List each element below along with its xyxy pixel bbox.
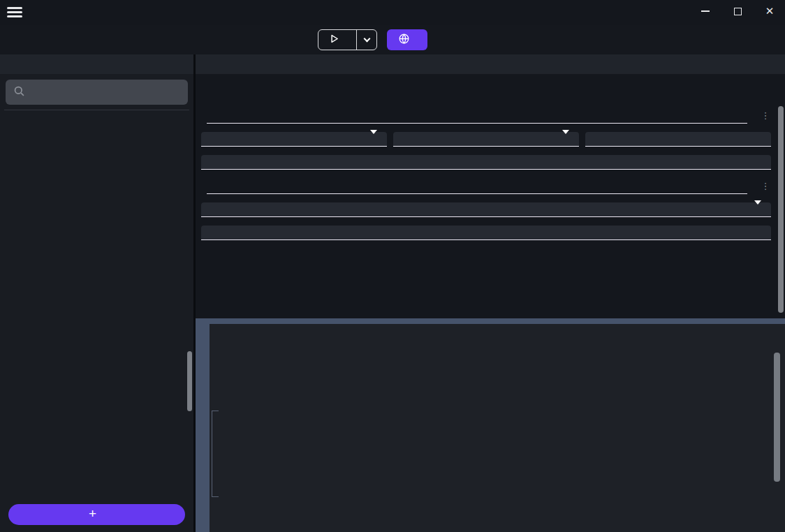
chevron-down-icon	[370, 130, 377, 134]
play-icon	[328, 33, 340, 47]
content: + ⋮	[0, 54, 785, 532]
chevron-down-icon	[363, 35, 370, 42]
code-editor[interactable]	[210, 324, 785, 532]
scope-select[interactable]	[393, 132, 579, 147]
globe-icon	[398, 33, 410, 47]
search-icon	[13, 85, 25, 100]
parameter-name-input[interactable]	[207, 190, 747, 194]
sub-event-bracket	[212, 411, 219, 497]
functions-sidebar: +	[0, 54, 196, 532]
chevron-down-icon	[562, 130, 569, 134]
label-field[interactable]	[201, 155, 771, 170]
parameter-2-header: ⋮	[201, 181, 771, 194]
sidebar-title	[0, 54, 193, 74]
search-box[interactable]	[6, 80, 188, 105]
window-controls: ✕	[700, 6, 775, 17]
toolbar-center	[318, 29, 427, 50]
parameter-menu-button[interactable]: ⋮	[760, 181, 771, 194]
plus-icon: +	[89, 506, 96, 522]
minimize-button[interactable]	[700, 6, 711, 17]
maximize-button[interactable]	[732, 6, 743, 17]
javascript-code-event	[196, 318, 785, 532]
parameter-menu-button[interactable]: ⋮	[760, 110, 771, 124]
panel-title	[196, 54, 785, 74]
gdevelop-window: ✕	[0, 0, 785, 532]
add-new-function-button[interactable]: +	[8, 504, 185, 525]
close-window-button[interactable]: ✕	[764, 6, 775, 17]
main-menu-icon[interactable]	[7, 5, 22, 20]
parameters-panel: ⋮	[196, 101, 785, 318]
parameters-scrollbar[interactable]	[778, 106, 784, 313]
event-drag-handle[interactable]	[196, 318, 210, 532]
parameter-1-fields	[201, 132, 771, 147]
sidebar-scrollbar[interactable]	[187, 351, 192, 411]
function-configuration-panel: ⋮	[196, 54, 785, 532]
functions-list	[0, 108, 193, 500]
chevron-down-icon	[754, 200, 761, 205]
code-header[interactable]	[210, 324, 785, 401]
preview-dropdown-button[interactable]	[357, 30, 376, 50]
titlebar: ✕	[0, 0, 785, 25]
identifier-name-field[interactable]	[585, 132, 771, 147]
event-selection-highlight	[196, 318, 785, 324]
label-field[interactable]	[201, 226, 771, 240]
parameter-name-input[interactable]	[207, 119, 747, 124]
toolbar	[0, 25, 785, 54]
type-select[interactable]	[201, 202, 771, 217]
code-scrollbar[interactable]	[774, 353, 780, 482]
preview-button[interactable]	[318, 29, 377, 50]
search-input[interactable]	[31, 87, 180, 98]
share-button[interactable]	[387, 29, 427, 50]
functions-section-header[interactable]	[4, 110, 189, 133]
configuration-tabs	[201, 80, 779, 101]
code-footer	[210, 404, 785, 504]
type-select[interactable]	[201, 132, 387, 147]
parameter-1-header: ⋮	[201, 110, 771, 124]
